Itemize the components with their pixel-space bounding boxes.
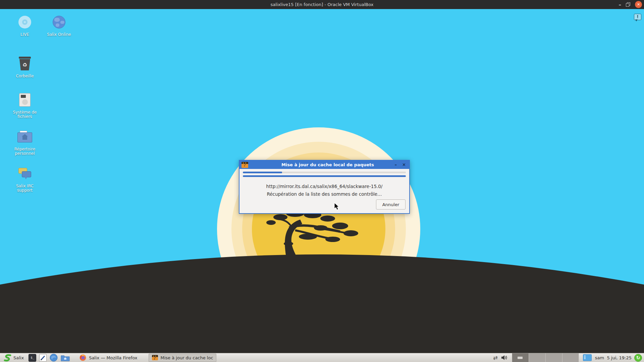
dialog-titlebar[interactable]: ♪ Mise à jour du cache local de paquets …	[239, 161, 409, 169]
menu-button[interactable]: Salix	[1, 353, 26, 362]
firefox-icon	[79, 354, 86, 361]
dialog-title: Mise à jour du cache local de paquets	[248, 162, 407, 167]
desktop-icon-irc[interactable]: Salix IRC support	[9, 166, 41, 193]
trash-icon: ♻	[18, 57, 31, 71]
clock[interactable]: sam 5 jui, 19:25	[595, 355, 632, 360]
task-label: Salix — Mozilla Firefox	[89, 355, 137, 360]
taskbar: Salix $_ Salix — Mozilla Firefox	[0, 353, 644, 362]
chat-bubbles-icon	[18, 167, 32, 180]
note-glyph: ♪	[241, 163, 248, 167]
desktop-icon-label: Corbeille	[9, 74, 41, 78]
desktop-icon-filesystem[interactable]: Système de fichiers	[9, 92, 41, 119]
tray-window-icon[interactable]	[583, 354, 592, 361]
menu-label: Salix	[13, 355, 24, 360]
home-folder-icon	[17, 131, 32, 143]
note-glyph: ♪	[152, 356, 158, 360]
package-icon: ♪	[241, 162, 248, 168]
desktop-icon-label: LIVE	[9, 33, 41, 37]
mirror-url-text: http://mirror.its.dal.ca/salix/x86_64/sl…	[239, 183, 409, 190]
system-tray: ⇄ sam 5 jui, 19:25 ↻	[493, 353, 643, 362]
desktop: LIVE Salix Online ♻ Corbeille Système de…	[0, 9, 644, 353]
task-firefox[interactable]: Salix — Mozilla Firefox	[76, 354, 140, 362]
cancel-button[interactable]: Annuler	[376, 199, 406, 209]
desktop-icon-label: Système de fichiers	[9, 110, 41, 119]
file-manager-launcher-icon[interactable]	[61, 354, 70, 361]
text-editor-launcher-icon[interactable]	[39, 354, 47, 362]
desktop-icon-salix-online[interactable]: Salix Online	[43, 14, 75, 37]
virtualbox-titlebar: salixlive15 [En fonction] - Oracle VM Vi…	[0, 0, 644, 9]
notification-bubble-icon[interactable]: !	[634, 14, 641, 20]
task-update-cache[interactable]: ♪ Mise à jour du cache local ...	[149, 354, 216, 362]
web-browser-launcher-icon[interactable]	[50, 354, 58, 362]
workspace-4[interactable]	[562, 353, 579, 362]
cd-disc-icon	[18, 16, 31, 28]
progress-bar-total	[243, 172, 406, 173]
desktop-icon-label: Salix Online	[43, 33, 75, 37]
restore-icon[interactable]	[626, 2, 630, 7]
desktop-icon-home[interactable]: Répertoire personnel	[9, 129, 41, 156]
update-notifier-icon[interactable]: ↻	[634, 354, 642, 362]
window-title: salixlive15 [En fonction] - Oracle VM Vi…	[270, 2, 373, 7]
minimize-icon[interactable]: –	[619, 3, 622, 6]
desktop-icon-live[interactable]: LIVE	[9, 14, 41, 37]
dialog-minimize-icon[interactable]: –	[395, 163, 397, 167]
recycle-icon: ♻	[22, 62, 27, 68]
desktop-icon-label: Répertoire personnel	[9, 147, 41, 156]
harddrive-icon	[19, 93, 31, 107]
desktop-icon-label: Salix IRC support	[9, 184, 41, 193]
mouse-cursor	[334, 202, 341, 210]
progress-bar-current	[243, 175, 406, 177]
task-label: Mise à jour du cache local ...	[161, 355, 213, 360]
terminal-launcher-icon[interactable]: $_	[29, 354, 36, 362]
salix-logo-icon	[3, 354, 12, 362]
globe-icon	[53, 16, 65, 28]
workspace-2[interactable]	[529, 353, 545, 362]
update-cache-dialog: ♪ Mise à jour du cache local de paquets …	[239, 160, 410, 214]
dialog-close-icon[interactable]: ✕	[402, 163, 406, 167]
workspace-pager	[512, 353, 579, 362]
workspace-1[interactable]	[512, 353, 529, 362]
workspace-3[interactable]	[545, 353, 562, 362]
status-text: Récupération de la liste des sommes de c…	[239, 190, 409, 198]
close-icon[interactable]: ✕	[635, 1, 642, 8]
volume-icon[interactable]	[501, 355, 508, 360]
package-icon: ♪	[152, 355, 158, 360]
dialog-body: http://mirror.its.dal.ca/salix/x86_64/sl…	[239, 169, 409, 213]
network-arrows-icon[interactable]: ⇄	[493, 355, 497, 361]
desktop-icon-trash[interactable]: ♻ Corbeille	[9, 56, 41, 78]
